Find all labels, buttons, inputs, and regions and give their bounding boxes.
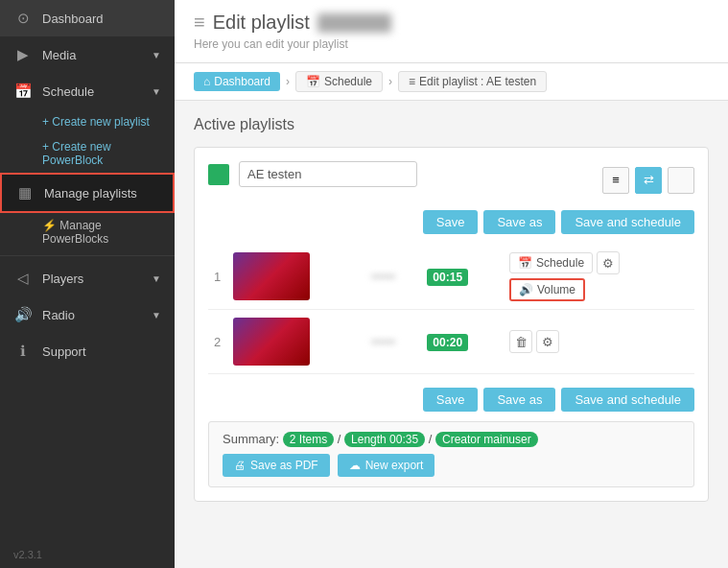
item-actions-cell: 🗑 ⚙ [504, 310, 694, 374]
view-grid-button[interactable]: ⇄ [635, 167, 662, 194]
sidebar: ⊙ Dashboard ▶ Media ▼ 📅 Schedule ▼ + Cre… [0, 0, 175, 568]
sidebar-item-schedule[interactable]: 📅 Schedule ▼ [0, 73, 175, 109]
page-header: ≡ Edit playlist AE testen Here you can e… [175, 0, 728, 63]
cloud-icon: ☁ [349, 459, 361, 472]
item-name: •••••• [371, 336, 395, 349]
sidebar-item-label: Radio [42, 308, 142, 322]
save-button-bottom[interactable]: Save [423, 388, 479, 412]
save-as-button-bottom[interactable]: Save as [483, 388, 555, 412]
schedule-icon: 📅 [13, 83, 33, 100]
chevron-down-icon: ▼ [152, 310, 161, 320]
sidebar-item-dashboard[interactable]: ⊙ Dashboard [0, 0, 175, 36]
playlist-color-swatch[interactable] [208, 164, 229, 185]
item-number: 1 [208, 244, 227, 310]
save-schedule-button[interactable]: Save and schedule [561, 210, 694, 234]
sidebar-item-label: Support [42, 344, 161, 359]
playlist-items-table: 1 •••••• 00:15 [208, 244, 694, 374]
save-schedule-button-bottom[interactable]: Save and schedule [561, 388, 694, 412]
breadcrumb-separator: › [286, 75, 290, 88]
volume-button-wrapper: 🔊 Volume [509, 278, 585, 301]
item-actions: 📅 Schedule ⚙ 🔊 Volume [509, 251, 689, 301]
item-name-cell: •••••• [365, 244, 421, 310]
delete-button[interactable]: 🗑 [509, 330, 532, 353]
item-name: •••••• [371, 271, 395, 284]
summary-bar: Summary: 2 Items / Length 00:35 / Creato… [208, 421, 694, 487]
sidebar-footer: v2.3.1 [0, 541, 175, 568]
playlist-name-blurred: AE testen [317, 13, 391, 33]
list-icon: ≡ [409, 75, 415, 88]
sidebar-item-label: Schedule [42, 84, 142, 99]
playlist-name-input[interactable] [239, 161, 417, 187]
view-controls: ≡ ⇄ [602, 167, 694, 194]
item-thumbnail [233, 318, 310, 366]
dashboard-icon: ⊙ [13, 10, 33, 27]
item-thumbnail-cell [227, 244, 365, 310]
chevron-down-icon: ▼ [152, 273, 161, 284]
item-actions-cell: 📅 Schedule ⚙ 🔊 Volume [504, 244, 694, 310]
save-pdf-button[interactable]: 🖨 Save as PDF [223, 454, 330, 477]
radio-icon: 🔊 [13, 306, 33, 323]
sidebar-item-manage-powerblocks[interactable]: ⚡ Manage PowerBlocks [0, 213, 175, 251]
save-button[interactable]: Save [423, 210, 479, 234]
gear-button[interactable]: ⚙ [597, 251, 620, 274]
action-row-top: Save Save as Save and schedule [208, 210, 694, 234]
printer-icon: 🖨 [234, 459, 246, 472]
main-content: ≡ Edit playlist AE testen Here you can e… [175, 0, 728, 568]
item-actions: 🗑 ⚙ [509, 330, 689, 353]
length-badge: Length 00:35 [344, 432, 425, 447]
item-thumbnail-cell [227, 310, 365, 374]
breadcrumb-dashboard[interactable]: ⌂ Dashboard [194, 72, 280, 91]
players-icon: ◁ [13, 270, 33, 287]
new-export-button[interactable]: ☁ New export [338, 454, 435, 477]
item-duration: 00:15 [427, 269, 468, 286]
item-duration: 00:20 [427, 334, 468, 351]
items-badge: 2 Items [283, 432, 334, 447]
sidebar-item-manage-playlists[interactable]: ▦ Manage playlists [0, 173, 175, 213]
view-list-button[interactable]: ≡ [602, 167, 629, 194]
chevron-down-icon: ▼ [152, 86, 161, 97]
sidebar-item-create-playlist[interactable]: + Create new playlist [0, 109, 175, 134]
chevron-down-icon: ▼ [152, 50, 161, 60]
manage-playlists-icon: ▦ [15, 184, 35, 201]
sidebar-item-radio[interactable]: 🔊 Radio ▼ [0, 296, 175, 333]
item-duration-cell: 00:15 [421, 244, 504, 310]
breadcrumb-edit-playlist[interactable]: ≡ Edit playlist : AE testen [398, 71, 547, 92]
sidebar-item-label: Media [42, 48, 142, 62]
volume-button[interactable]: 🔊 Volume [511, 280, 583, 299]
item-duration-cell: 00:20 [421, 310, 504, 374]
sidebar-item-label: Dashboard [42, 12, 161, 26]
gear-button[interactable]: ⚙ [536, 330, 559, 353]
item-thumbnail [233, 252, 310, 300]
summary-buttons: 🖨 Save as PDF ☁ New export [223, 454, 680, 477]
breadcrumb-schedule[interactable]: 📅 Schedule [295, 71, 383, 92]
item-number: 2 [208, 310, 227, 374]
list-icon: ≡ [194, 12, 205, 34]
media-icon: ▶ [13, 46, 33, 63]
content-area: Active playlists ≡ ⇄ Save Save as Save a… [175, 101, 728, 568]
page-title: ≡ Edit playlist AE testen [194, 12, 709, 34]
page-subtitle: Here you can edit your playlist [194, 37, 709, 51]
sidebar-item-label: Players [42, 272, 142, 286]
playlist-form: ≡ ⇄ Save Save as Save and schedule 1 [194, 147, 709, 502]
creator-badge: Creator mainuser [435, 432, 538, 447]
item-name-cell: •••••• [365, 310, 421, 374]
sidebar-item-media[interactable]: ▶ Media ▼ [0, 36, 175, 73]
table-row: 1 •••••• 00:15 [208, 244, 694, 310]
breadcrumb-separator: › [388, 75, 392, 88]
volume-icon: 🔊 [519, 283, 533, 296]
info-icon: ℹ [13, 343, 33, 360]
sidebar-item-create-powerblock[interactable]: + Create new PowerBlock [0, 134, 175, 173]
view-expand-button[interactable] [668, 167, 694, 194]
breadcrumb: ⌂ Dashboard › 📅 Schedule › ≡ Edit playli… [175, 63, 728, 101]
summary-text: Summary: 2 Items / Length 00:35 / Creato… [223, 432, 680, 446]
save-as-button[interactable]: Save as [483, 210, 555, 234]
playlist-top-row: ≡ ⇄ [208, 161, 694, 199]
sidebar-item-label: Manage playlists [44, 186, 159, 201]
sidebar-item-players[interactable]: ◁ Players ▼ [0, 260, 175, 296]
item-row1-actions: 📅 Schedule ⚙ [509, 251, 620, 274]
section-title: Active playlists [194, 116, 709, 133]
calendar-icon: 📅 [306, 75, 320, 88]
sidebar-item-support[interactable]: ℹ Support [0, 333, 175, 369]
action-row-bottom: Save Save as Save and schedule [208, 388, 694, 412]
schedule-button[interactable]: 📅 Schedule [509, 252, 593, 273]
